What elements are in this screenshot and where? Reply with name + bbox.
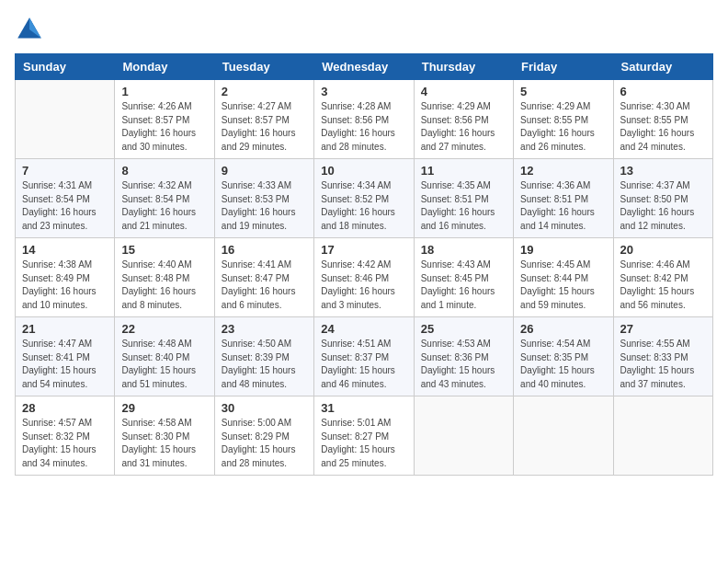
- day-info: Sunrise: 4:43 AM Sunset: 8:45 PM Dayligh…: [421, 259, 506, 312]
- day-info: Sunrise: 4:27 AM Sunset: 8:57 PM Dayligh…: [222, 100, 307, 154]
- day-info: Sunrise: 4:53 AM Sunset: 8:36 PM Dayligh…: [421, 338, 506, 391]
- calendar-cell: 2Sunrise: 4:27 AM Sunset: 8:57 PM Daylig…: [214, 80, 313, 159]
- calendar-cell: [414, 396, 513, 476]
- day-number: 17: [321, 243, 406, 257]
- calendar-cell: 13Sunrise: 4:37 AM Sunset: 8:50 PM Dayli…: [613, 159, 712, 238]
- day-info: Sunrise: 4:45 AM Sunset: 8:44 PM Dayligh…: [520, 259, 606, 312]
- day-number: 23: [222, 322, 307, 336]
- column-header-friday: Friday: [514, 54, 613, 80]
- day-number: 30: [222, 401, 307, 415]
- day-number: 11: [421, 164, 506, 178]
- calendar-cell: 9Sunrise: 4:33 AM Sunset: 8:53 PM Daylig…: [214, 159, 313, 238]
- calendar-cell: 15Sunrise: 4:40 AM Sunset: 8:48 PM Dayli…: [115, 238, 214, 317]
- calendar-week-3: 14Sunrise: 4:38 AM Sunset: 8:49 PM Dayli…: [16, 238, 713, 317]
- day-number: 3: [321, 85, 406, 98]
- calendar-cell: 20Sunrise: 4:46 AM Sunset: 8:42 PM Dayli…: [613, 238, 712, 317]
- day-number: 9: [222, 164, 307, 178]
- day-number: 6: [620, 85, 706, 98]
- day-number: 10: [321, 164, 406, 178]
- logo-icon: [15, 15, 44, 44]
- day-number: 16: [222, 243, 307, 257]
- day-number: 5: [520, 85, 606, 98]
- day-info: Sunrise: 4:50 AM Sunset: 8:39 PM Dayligh…: [222, 338, 307, 391]
- calendar-cell: 16Sunrise: 4:41 AM Sunset: 8:47 PM Dayli…: [214, 238, 313, 317]
- calendar-cell: [514, 396, 613, 476]
- day-number: 29: [121, 401, 207, 415]
- calendar-cell: 10Sunrise: 4:34 AM Sunset: 8:52 PM Dayli…: [314, 159, 414, 238]
- column-header-wednesday: Wednesday: [314, 54, 414, 80]
- day-info: Sunrise: 4:42 AM Sunset: 8:46 PM Dayligh…: [321, 259, 406, 312]
- day-number: 13: [620, 164, 706, 178]
- day-number: 20: [620, 243, 706, 257]
- calendar-cell: 26Sunrise: 4:54 AM Sunset: 8:35 PM Dayli…: [514, 317, 613, 396]
- day-info: Sunrise: 4:26 AM Sunset: 8:57 PM Dayligh…: [121, 100, 207, 154]
- day-info: Sunrise: 4:33 AM Sunset: 8:53 PM Dayligh…: [222, 179, 307, 233]
- calendar-cell: 14Sunrise: 4:38 AM Sunset: 8:49 PM Dayli…: [16, 238, 115, 317]
- calendar-header-row: SundayMondayTuesdayWednesdayThursdayFrid…: [16, 54, 713, 80]
- calendar-cell: 5Sunrise: 4:29 AM Sunset: 8:55 PM Daylig…: [514, 80, 613, 159]
- day-info: Sunrise: 4:54 AM Sunset: 8:35 PM Dayligh…: [520, 338, 606, 391]
- calendar-cell: 27Sunrise: 4:55 AM Sunset: 8:33 PM Dayli…: [613, 317, 712, 396]
- day-info: Sunrise: 4:28 AM Sunset: 8:56 PM Dayligh…: [321, 100, 406, 154]
- day-info: Sunrise: 4:31 AM Sunset: 8:54 PM Dayligh…: [22, 179, 108, 233]
- calendar-cell: 28Sunrise: 4:57 AM Sunset: 8:32 PM Dayli…: [16, 396, 115, 476]
- day-number: 7: [22, 164, 108, 178]
- calendar-cell: 12Sunrise: 4:36 AM Sunset: 8:51 PM Dayli…: [514, 159, 613, 238]
- day-info: Sunrise: 4:47 AM Sunset: 8:41 PM Dayligh…: [22, 338, 108, 391]
- calendar-cell: 17Sunrise: 4:42 AM Sunset: 8:46 PM Dayli…: [314, 238, 414, 317]
- column-header-thursday: Thursday: [414, 54, 513, 80]
- day-number: 1: [121, 85, 207, 98]
- page-header: [15, 15, 713, 44]
- day-info: Sunrise: 4:40 AM Sunset: 8:48 PM Dayligh…: [121, 259, 207, 312]
- calendar-cell: 21Sunrise: 4:47 AM Sunset: 8:41 PM Dayli…: [16, 317, 115, 396]
- day-info: Sunrise: 4:29 AM Sunset: 8:56 PM Dayligh…: [421, 100, 506, 154]
- day-number: 12: [520, 164, 606, 178]
- calendar-cell: 8Sunrise: 4:32 AM Sunset: 8:54 PM Daylig…: [115, 159, 214, 238]
- day-number: 14: [22, 243, 108, 257]
- column-header-saturday: Saturday: [613, 54, 712, 80]
- column-header-sunday: Sunday: [16, 54, 115, 80]
- calendar-cell: 25Sunrise: 4:53 AM Sunset: 8:36 PM Dayli…: [414, 317, 513, 396]
- day-number: 27: [620, 322, 706, 336]
- logo: [15, 15, 48, 44]
- calendar-week-1: 1Sunrise: 4:26 AM Sunset: 8:57 PM Daylig…: [16, 80, 713, 159]
- day-info: Sunrise: 4:32 AM Sunset: 8:54 PM Dayligh…: [121, 179, 207, 233]
- day-number: 19: [520, 243, 606, 257]
- day-info: Sunrise: 4:57 AM Sunset: 8:32 PM Dayligh…: [22, 417, 108, 470]
- day-number: 25: [421, 322, 506, 336]
- day-info: Sunrise: 4:48 AM Sunset: 8:40 PM Dayligh…: [121, 338, 207, 391]
- calendar-cell: 24Sunrise: 4:51 AM Sunset: 8:37 PM Dayli…: [314, 317, 414, 396]
- calendar-cell: 22Sunrise: 4:48 AM Sunset: 8:40 PM Dayli…: [115, 317, 214, 396]
- calendar-cell: 31Sunrise: 5:01 AM Sunset: 8:27 PM Dayli…: [314, 396, 414, 476]
- calendar-table: SundayMondayTuesdayWednesdayThursdayFrid…: [15, 53, 713, 476]
- calendar-cell: 3Sunrise: 4:28 AM Sunset: 8:56 PM Daylig…: [314, 80, 414, 159]
- calendar-cell: 4Sunrise: 4:29 AM Sunset: 8:56 PM Daylig…: [414, 80, 513, 159]
- calendar-cell: 1Sunrise: 4:26 AM Sunset: 8:57 PM Daylig…: [115, 80, 214, 159]
- day-number: 28: [22, 401, 108, 415]
- day-number: 26: [520, 322, 606, 336]
- day-info: Sunrise: 4:30 AM Sunset: 8:55 PM Dayligh…: [620, 100, 706, 154]
- calendar-cell: 23Sunrise: 4:50 AM Sunset: 8:39 PM Dayli…: [214, 317, 313, 396]
- calendar-week-4: 21Sunrise: 4:47 AM Sunset: 8:41 PM Dayli…: [16, 317, 713, 396]
- day-number: 2: [222, 85, 307, 98]
- calendar-cell: [613, 396, 712, 476]
- day-info: Sunrise: 5:00 AM Sunset: 8:29 PM Dayligh…: [222, 417, 307, 470]
- calendar-cell: 30Sunrise: 5:00 AM Sunset: 8:29 PM Dayli…: [214, 396, 313, 476]
- day-number: 8: [121, 164, 207, 178]
- day-info: Sunrise: 4:55 AM Sunset: 8:33 PM Dayligh…: [620, 338, 706, 391]
- day-info: Sunrise: 4:37 AM Sunset: 8:50 PM Dayligh…: [620, 179, 706, 233]
- column-header-tuesday: Tuesday: [214, 54, 313, 80]
- day-info: Sunrise: 5:01 AM Sunset: 8:27 PM Dayligh…: [321, 417, 406, 470]
- day-info: Sunrise: 4:34 AM Sunset: 8:52 PM Dayligh…: [321, 179, 406, 233]
- day-number: 18: [421, 243, 506, 257]
- calendar-week-2: 7Sunrise: 4:31 AM Sunset: 8:54 PM Daylig…: [16, 159, 713, 238]
- day-number: 4: [421, 85, 506, 98]
- calendar-cell: 29Sunrise: 4:58 AM Sunset: 8:30 PM Dayli…: [115, 396, 214, 476]
- calendar-cell: 11Sunrise: 4:35 AM Sunset: 8:51 PM Dayli…: [414, 159, 513, 238]
- calendar-cell: 19Sunrise: 4:45 AM Sunset: 8:44 PM Dayli…: [514, 238, 613, 317]
- day-info: Sunrise: 4:29 AM Sunset: 8:55 PM Dayligh…: [520, 100, 606, 154]
- day-number: 15: [121, 243, 207, 257]
- day-number: 22: [121, 322, 207, 336]
- day-info: Sunrise: 4:46 AM Sunset: 8:42 PM Dayligh…: [620, 259, 706, 312]
- calendar-cell: 7Sunrise: 4:31 AM Sunset: 8:54 PM Daylig…: [16, 159, 115, 238]
